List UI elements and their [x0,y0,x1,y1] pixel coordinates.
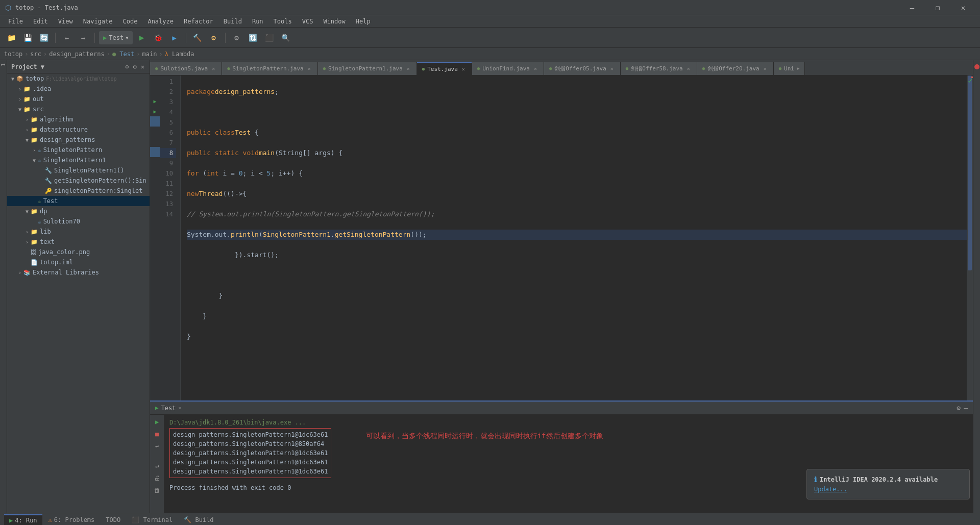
tree-root[interactable]: ▼ 📦 totop F:\idea\algorithm\totop [7,73,150,84]
tree-text[interactable]: › 📁 text [7,237,150,247]
run-button[interactable]: ▶ [135,31,149,45]
tree-algorithm[interactable]: › 📁 algorithm [7,114,150,124]
bottom-tab-build[interactable]: 🔨 Build [179,515,218,525]
tab-close-sulotion5[interactable]: ✕ [210,65,216,71]
tree-src[interactable]: ▼ 📁 src [7,104,150,114]
tree-dp[interactable]: ▼ 📁 dp [7,206,150,216]
editor-scrollbar[interactable]: ✓ [967,76,973,401]
menu-file[interactable]: File [4,17,27,26]
breadcrumb-totop[interactable]: totop [4,51,22,58]
tab-offer20[interactable]: ● 剑指Offer20.java ✕ [697,62,774,75]
toolbar-forward-btn[interactable]: → [76,31,90,45]
tab-close-offer58[interactable]: ✕ [685,65,692,71]
toolbar-settings-btn[interactable]: ⚙ [230,31,244,45]
tab-singleton-pattern[interactable]: ● SingletonPattern.java ✕ [222,62,318,75]
minimize-button[interactable]: — [900,0,924,15]
tab-close-test[interactable]: ✕ [460,66,467,72]
breadcrumb-design-patterns[interactable]: design_patterns [49,51,104,58]
tab-offer05[interactable]: ● 剑指Offer05.java ✕ [544,62,621,75]
breadcrumb-src[interactable]: src [30,51,41,58]
run-panel-collapse-icon[interactable]: — [964,404,968,412]
menu-vcs[interactable]: VCS [298,17,317,26]
tree-idea[interactable]: › 📁 .idea [7,84,150,94]
run-tab-close[interactable]: ✕ [179,405,182,411]
run-clear-btn[interactable]: 🗑 [152,485,162,495]
breadcrumb-test[interactable]: ● Test [112,51,134,58]
menu-analyze[interactable]: Analyze [143,17,178,26]
panel-settings-icon[interactable]: ⚙ [132,62,138,71]
run-panel-settings-icon[interactable]: ⚙ [957,404,961,412]
tree-sp1-field[interactable]: 🔑 singletonPattern:Singlet [7,186,150,196]
panel-close-icon[interactable]: ✕ [140,62,145,71]
run-rerun-btn[interactable]: ▶ [152,417,162,427]
side-icon-project[interactable]: 1 [1,63,6,66]
run-softrap-btn[interactable]: ↵ [152,461,162,471]
tab-uni[interactable]: ● Uni ▶ [774,62,805,75]
toolbar-search-btn[interactable]: 🔍 [279,31,293,45]
menu-refactor[interactable]: Refactor [180,17,217,26]
menu-navigate[interactable]: Navigate [79,17,117,26]
bottom-tab-todo[interactable]: TODO [101,515,126,525]
tab-offer58[interactable]: ● 剑指Offer58.java ✕ [621,62,697,75]
toolbar-terminal-btn[interactable]: ⬛ [262,31,277,45]
run-print-btn[interactable]: 🖨 [152,473,162,483]
tab-more-icon[interactable]: ▶ [797,66,799,71]
tree-totop-iml[interactable]: 📄 totop.iml [7,257,150,267]
tab-close-offer20[interactable]: ✕ [762,65,768,71]
toolbar-save-btn[interactable]: 💾 [20,31,35,45]
code-line-14 [187,352,967,362]
tree-sp1-getmethod[interactable]: 🔧 getSingletonPattern():Sin [7,176,150,186]
menu-view[interactable]: View [54,17,77,26]
run-config-selector[interactable]: ▶ Test ▼ [99,31,133,44]
menu-code[interactable]: Code [119,17,142,26]
menu-help[interactable]: Help [352,17,375,26]
run-with-coverage-btn[interactable]: ▶ [167,31,182,45]
tree-sp1-constructor[interactable]: 🔧 SingletonPattern1() [7,165,150,176]
run-stop-btn[interactable]: ■ [152,429,162,439]
toolbar-rebuild-btn[interactable]: ⚙ [207,31,221,45]
tab-close-singleton-pattern[interactable]: ✕ [306,65,312,71]
bottom-tab-problems[interactable]: ⚠ 6: Problems [43,515,100,525]
tab-test[interactable]: ● Test.java ✕ [417,62,472,75]
bottom-tab-run[interactable]: ▶ 4: Run [4,514,42,526]
menu-run[interactable]: Run [248,17,267,26]
toolbar-sync-btn[interactable]: 🔄 [37,31,51,45]
panel-locate-icon[interactable]: ⊕ [124,62,130,71]
gutter-run-4[interactable]: ▶ [150,106,160,116]
tab-unionfind[interactable]: ● UnionFind.java ✕ [472,62,544,75]
tree-singleton-pattern1[interactable]: ▼ ☕ SingletonPattern1 [7,155,150,165]
code-area[interactable]: package design_patterns; public class Te… [181,76,967,401]
gutter-run-3[interactable]: ▶ [150,96,160,106]
breadcrumb-lambda[interactable]: λ Lambda [165,51,194,58]
maximize-button[interactable]: ❐ [926,0,949,15]
run-restore-btn[interactable]: ↩ [152,441,162,452]
close-button[interactable]: ✕ [951,0,975,15]
tab-close-singleton-pattern1[interactable]: ✕ [405,65,411,71]
tree-singleton-pattern[interactable]: › ☕ SingletonPattern [7,145,150,155]
tree-lib[interactable]: › 📁 lib [7,227,150,237]
bottom-tab-terminal[interactable]: ⬛ Terminal [127,515,178,525]
notification-link[interactable]: Update... [814,486,962,493]
tree-sulotion70[interactable]: ☕ Sulotion70 [7,216,150,227]
menu-tools[interactable]: Tools [270,17,296,26]
menu-edit[interactable]: Edit [29,17,52,26]
tab-singleton-pattern1[interactable]: ● SingletonPattern1.java ✕ [318,62,417,75]
tree-design-patterns[interactable]: ▼ 📁 design_patterns [7,135,150,145]
toolbar-vcs-btn[interactable]: 🔃 [246,31,260,45]
tree-external-libs[interactable]: › 📚 External Libraries [7,267,150,278]
tab-close-offer05[interactable]: ✕ [609,65,615,71]
run-output-cmd: D:\Java\jdk1.8.0_261\bin\java.exe ... [169,418,968,427]
tab-sulotion5[interactable]: ● Sulotion5.java ✕ [150,62,222,75]
menu-window[interactable]: Window [319,17,349,26]
tree-test[interactable]: ☕ Test [7,196,150,206]
debug-button[interactable]: 🐞 [151,31,165,45]
tree-datastructure[interactable]: › 📁 datastructure [7,124,150,135]
toolbar-back-btn[interactable]: ← [60,31,74,45]
toolbar-open-btn[interactable]: 📁 [4,31,18,45]
menu-build[interactable]: Build [219,17,246,26]
toolbar-build-btn[interactable]: 🔨 [190,31,205,45]
breadcrumb-main[interactable]: main [142,51,157,58]
tab-close-unionfind[interactable]: ✕ [532,65,538,71]
tree-out[interactable]: › 📁 out [7,94,150,104]
tree-java-color[interactable]: 🖼 java_color.png [7,247,150,257]
